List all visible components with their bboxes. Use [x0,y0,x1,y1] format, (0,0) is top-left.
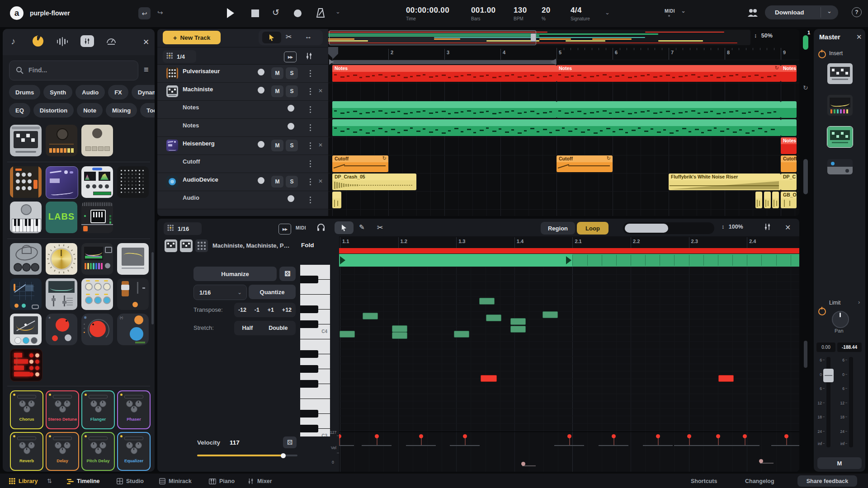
clip-green-7[interactable] [781,119,797,136]
device-tile-blueknob[interactable]: (•) [117,314,149,345]
velocity-handle-8[interactable] [716,434,720,438]
humanize-button[interactable]: Humanize [193,267,277,281]
timeline-zoom-control[interactable]: ↕ 50% [754,33,773,39]
mixer-tab-icon[interactable] [80,35,94,47]
clip-Cutoff-9[interactable]: Cutoff↻ [332,155,388,172]
filter-chip-audio[interactable]: Audio [75,85,105,99]
clip-DP_Crash_05-12[interactable]: DP_Crash_05 [332,174,416,190]
instruments-tab-icon[interactable]: ♪ [11,36,15,47]
collaborators-icon[interactable] [747,7,759,20]
velocity-handle-10[interactable] [784,434,788,438]
pedal-tile-reverb[interactable]: Reverb [10,432,43,471]
midi-note-green-3[interactable] [392,332,407,339]
clip-Notes-1[interactable]: Notes↻ [557,65,781,82]
record-arm-button[interactable] [258,177,264,184]
insert-device-0[interactable] [827,63,853,84]
play-button[interactable] [227,8,234,18]
vertical-zoom-thumb[interactable] [803,35,808,50]
velocity-handle-6[interactable] [656,434,660,438]
pan-knob[interactable] [832,311,849,328]
device-tile-ufo[interactable] [10,243,42,275]
arrangement-scrollbar-thumb[interactable] [803,159,808,194]
note-grid[interactable]: 1.11.21.31.42.12.22.32.4 [339,236,799,472]
black-key[interactable] [300,380,318,388]
limit-expand-icon[interactable]: › [858,299,860,305]
velocity-handle-3[interactable] [463,434,467,438]
velocity-handle-0[interactable] [339,434,341,438]
track-menu-kebab[interactable] [307,85,313,97]
track-menu-kebab[interactable] [307,194,313,206]
transpose-+1[interactable]: +1 [267,307,275,313]
filter-chip-synth[interactable]: Synth [43,85,72,99]
record-button[interactable] [294,9,302,17]
pedal-tile-delay[interactable]: Delay [46,432,79,471]
collapse-lanes-icon[interactable]: ✕ [318,88,323,94]
stop-button[interactable] [251,9,259,17]
scroll-zoom-thumb[interactable] [625,224,668,233]
metronome-icon[interactable] [316,8,326,20]
midi-note-green-2[interactable] [392,325,407,332]
clip-green-4[interactable] [557,101,781,118]
device-tile-rack[interactable] [81,202,113,233]
velocity-handle-4[interactable] [567,434,571,438]
peak-value-box[interactable]: -188.44 [837,343,862,352]
collapse-lanes-icon[interactable]: ✕ [318,178,323,184]
download-button[interactable]: Download ⌄ [765,5,838,19]
device-tile-matrix[interactable] [117,166,149,198]
bpm-display[interactable]: 130 BPM [514,6,527,21]
velocity-handle-7[interactable] [687,434,691,438]
clip-Notes-2[interactable]: Notes [781,65,797,82]
track-row-notes[interactable]: Notes [157,119,328,137]
velocity-handle-5[interactable] [612,434,616,438]
track-row-audiodevice[interactable]: AudioDeviceMS✕ [157,173,328,191]
transpose--1[interactable]: -1 [254,307,260,313]
device-tile-keyb[interactable] [10,202,42,233]
signature-display[interactable]: 4/4 Signature [571,6,590,21]
device-tile-beige[interactable] [81,125,113,156]
pedal-tile-pitch-delay[interactable]: Pitch Delay [81,432,115,471]
mute-button[interactable]: M [271,67,283,79]
effects-tab-icon[interactable] [33,36,43,47]
editor-device-chip-2[interactable] [195,239,208,252]
app-logo[interactable]: a [10,6,24,20]
device-tile-space[interactable] [81,166,113,198]
library-scrollbar[interactable] [151,252,154,324]
device-tile-knobw[interactable] [81,278,113,310]
black-key[interactable] [300,365,318,373]
filter-chip-drums[interactable]: Drums [9,85,40,99]
velocity-slider[interactable] [197,455,297,456]
mono-button[interactable]: M [817,457,862,469]
editor-select-tool[interactable] [335,221,354,234]
device-tile-redmatrix[interactable]: PulseBoy [10,349,42,381]
track-row-heisenberg[interactable]: HeisenbergMS✕ [157,137,328,155]
humanize-random-button[interactable]: ⚄ [279,267,296,281]
region-button[interactable]: Region [541,222,575,235]
black-key[interactable] [300,425,318,432]
editor-autoscroll-icon[interactable]: ▶▶ [278,224,291,235]
filter-chip-distortion[interactable]: Distortion [33,103,74,117]
pedal-tile-equalizer[interactable]: Equalizer [117,432,151,471]
quantize-button[interactable]: Quantize [249,285,296,299]
device-tile-eqw[interactable] [117,243,149,275]
shortcuts-link[interactable]: Shortcuts [691,478,717,484]
solo-button[interactable]: S [286,176,298,188]
track-menu-kebab[interactable] [307,122,313,133]
device-tile-vu[interactable] [46,125,77,156]
transport-chevron-icon[interactable]: ⌄ [605,9,610,16]
track-row-cutoff[interactable]: Cutoff [157,155,328,173]
insert-device-2[interactable] [827,127,853,147]
download-chevron-icon[interactable]: ⌄ [827,8,832,14]
clip-yellow-18[interactable] [772,192,779,208]
editor-grid-chip[interactable]: 1/16 [164,222,202,235]
track-row-notes[interactable]: Notes [157,101,328,119]
midi-note-green-7[interactable] [510,318,526,325]
undo-button[interactable]: ↩ [138,7,151,19]
time-display[interactable]: 00:00:00.00 Time [406,6,449,21]
share-feedback-button[interactable]: Share feedback [797,475,857,487]
velocity-handle-1[interactable] [375,434,379,438]
midi-note-green-1[interactable] [363,313,378,319]
midi-note-green-5[interactable] [479,298,495,305]
insert-power-icon[interactable] [818,51,826,58]
meter-tab-icon[interactable] [106,36,117,47]
timeline-ruler[interactable]: 123456789 [328,47,799,60]
